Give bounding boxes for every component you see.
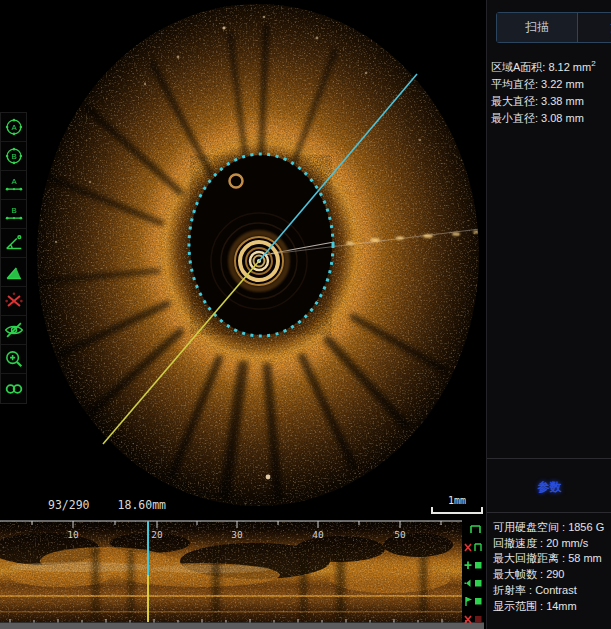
frame-info: 93/290 18.60mm <box>48 498 166 512</box>
measurement-row: 最小直径:3.08 mm <box>491 108 596 125</box>
link-tool[interactable] <box>1 374 26 403</box>
pullback-position: 18.60mm <box>118 498 166 512</box>
measurement-label: 平均直径: <box>491 78 538 90</box>
info-label: 最大回撤距离 : <box>493 552 565 564</box>
svg-text:A: A <box>11 177 17 186</box>
longitudinal-view[interactable]: 10 20 30 40 50 <box>0 519 484 629</box>
flag-marker-icon[interactable] <box>463 594 483 609</box>
params-button[interactable]: 参数 <box>487 479 611 496</box>
info-label: 折射率 : <box>493 584 532 596</box>
distance-a-icon: A <box>3 173 25 197</box>
measurement-results: 区域A面积:8.12 mm2 平均直径:3.22 mm 最大直径:3.38 mm… <box>491 57 596 126</box>
measurement-sup: 2 <box>591 59 595 68</box>
delete-measure-icon <box>3 289 25 313</box>
ruler-label: 30 <box>231 529 243 540</box>
tab-bar: 扫描 文 <box>496 12 611 43</box>
ellipse-a-tool[interactable]: A <box>1 113 26 142</box>
info-value: 14mm <box>546 600 577 612</box>
measure-toolbar: A B A B <box>0 112 27 404</box>
panel-divider <box>487 458 611 459</box>
info-row: 回撤速度 :20 mm/s <box>493 536 604 552</box>
tab-scan[interactable]: 扫描 <box>497 13 577 42</box>
ellipse-b-tool[interactable]: B <box>1 142 26 171</box>
ruler-label: 10 <box>67 529 79 540</box>
info-row: 可用硬盘空间 :1856 G <box>493 520 604 536</box>
info-label: 可用硬盘空间 : <box>493 521 565 533</box>
measurement-row: 最大直径:3.38 mm <box>491 91 596 108</box>
tab-file[interactable]: 文 <box>577 13 611 42</box>
info-row: 折射率 :Contrast <box>493 583 604 599</box>
distance-b-tool[interactable]: B <box>1 200 26 229</box>
info-row: 最大帧数 :290 <box>493 567 604 583</box>
eye-slash-icon <box>3 318 25 342</box>
angle-fill-icon <box>3 260 25 284</box>
info-row: 显示范围 :14mm <box>493 599 604 615</box>
svg-text:A: A <box>11 123 17 132</box>
info-value: Contrast <box>535 584 577 596</box>
panel-divider <box>487 512 611 513</box>
oct-cross-section-image[interactable] <box>28 0 484 519</box>
hide-measure-tool[interactable] <box>1 316 26 345</box>
zoom-in-tool[interactable] <box>1 345 26 374</box>
angle-tool[interactable] <box>1 229 26 258</box>
info-value: 20 mm/s <box>546 537 588 549</box>
right-panel: 扫描 文 区域A面积:8.12 mm2 平均直径:3.22 mm 最大直径:3.… <box>486 0 611 629</box>
measurement-row: 区域A面积:8.12 mm2 <box>491 57 596 74</box>
ellipse-a-icon: A <box>3 115 25 139</box>
ruler-label: 50 <box>394 529 406 540</box>
infinity-link-icon <box>3 377 25 401</box>
ruler-label: 40 <box>312 529 324 540</box>
angle-icon <box>3 231 25 255</box>
info-label: 显示范围 : <box>493 600 543 612</box>
scale-bar-label: 1mm <box>431 496 483 506</box>
zoom-in-icon <box>3 347 25 371</box>
svg-text:B: B <box>11 152 16 161</box>
measurement-label: 最大直径: <box>491 95 538 107</box>
audio-marker-icon[interactable] <box>463 576 483 591</box>
info-label: 最大帧数 : <box>493 568 543 580</box>
add-bookmark-icon[interactable] <box>463 558 483 573</box>
info-value: 58 mm <box>568 552 602 564</box>
range-bracket-icon[interactable] <box>463 522 483 537</box>
measurement-row: 平均直径:3.22 mm <box>491 74 596 91</box>
angle-fill-tool[interactable] <box>1 258 26 287</box>
oct-console: 93/290 18.60mm 1mm A B A <box>0 0 611 629</box>
system-info: 可用硬盘空间 :1856 G 回撤速度 :20 mm/s 最大回撤距离 :58 … <box>493 520 604 614</box>
info-label: 回撤速度 : <box>493 537 543 549</box>
info-row: 最大回撤距离 :58 mm <box>493 551 604 567</box>
scale-bar-bracket <box>431 507 483 514</box>
delete-measure-tool[interactable] <box>1 287 26 316</box>
tab-scan-label: 扫描 <box>525 20 549 34</box>
clear-range-icon[interactable] <box>463 540 483 555</box>
measurement-label: 最小直径: <box>491 112 538 124</box>
distance-a-tool[interactable]: A <box>1 171 26 200</box>
ruler-label: 20 <box>151 529 163 540</box>
measurement-value: 3.08 mm <box>541 112 584 124</box>
measurement-value: 3.38 mm <box>541 95 584 107</box>
ellipse-b-icon: B <box>3 144 25 168</box>
frame-counter: 93/290 <box>48 498 90 512</box>
measurement-label: 区域A面积: <box>491 61 545 73</box>
info-value: 290 <box>546 568 564 580</box>
info-value: 1856 G <box>568 521 604 533</box>
svg-text:B: B <box>11 206 16 215</box>
scale-bar: 1mm <box>431 496 483 514</box>
distance-b-icon: B <box>3 202 25 226</box>
delete-marker-icon[interactable] <box>463 612 483 627</box>
measurement-value: 3.22 mm <box>541 78 584 90</box>
timeline-scrollbar[interactable] <box>0 623 484 629</box>
longitudinal-marker-strip <box>463 519 485 623</box>
measurement-value: 8.12 mm <box>548 61 591 73</box>
